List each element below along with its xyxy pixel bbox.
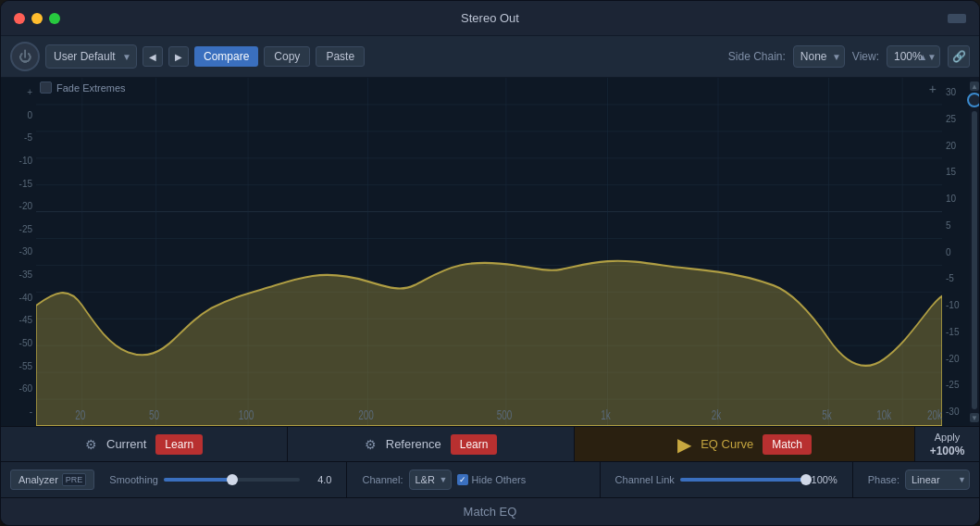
y-label-10: -10 [5,156,32,166]
phase-select[interactable]: Linear [905,470,970,490]
scroll-up-button[interactable]: ▲ [970,81,979,91]
side-chain-wrapper: None ▼ [793,45,845,68]
divider-2 [600,462,601,497]
channel-link-group: Channel Link 100% [615,474,837,485]
current-learn-button[interactable]: Learn [155,434,203,455]
fade-extremes-label: Fade Extremes [56,82,126,94]
current-gear-icon[interactable]: ⚙ [85,437,97,452]
footer-bar: Match EQ [1,497,979,525]
section-row: ⚙ Current Learn ⚙ Reference Learn ▶ EQ C… [1,427,979,462]
y-label-35: -35 [5,269,32,280]
y-label-30: -30 [5,246,32,257]
yr-label-n20: -20 [946,354,966,364]
yr-label-15: 15 [946,167,966,177]
yr-label-n15: -15 [946,327,966,337]
channel-select[interactable]: L&R [409,470,452,490]
channel-link-fill [680,478,806,482]
maximize-button[interactable] [49,13,60,24]
yr-label-5: 5 [946,220,966,231]
hide-others-checkbox[interactable]: ✓ [457,474,468,485]
smoothing-value: 4.0 [305,474,331,485]
apply-label: Apply [935,432,961,443]
hide-others-label: Hide Others [472,474,527,485]
smoothing-slider[interactable] [164,478,301,482]
channel-link-thumb[interactable] [800,474,812,485]
y-label-55: -55 [5,361,32,371]
divider-1 [346,462,347,497]
compare-button[interactable]: Compare [194,46,258,67]
side-chain-label: Side Chain: [728,50,786,63]
match-button[interactable]: Match [763,434,812,455]
preset-select[interactable]: User Default [45,44,137,69]
grid-plus-button[interactable]: + [929,81,937,96]
y-label-60: -60 [5,383,32,394]
channel-label: Channel: [362,474,403,485]
scroll-down-button[interactable]: ▼ [970,413,979,422]
yr-label-0: 0 [946,247,966,257]
fade-extremes-checkbox[interactable] [40,81,52,94]
current-label: Current [106,437,146,451]
svg-text:1k: 1k [601,407,611,422]
phase-select-wrapper: Linear ▼ [905,470,970,490]
pre-badge: PRE [62,473,87,486]
power-button[interactable]: ⏻ [10,42,40,71]
view-wrapper: 100% ▲▼ [887,45,940,68]
svg-text:20: 20 [75,407,85,422]
apply-column: Apply +100% [914,427,979,461]
y-label-50: -50 [5,338,32,348]
y-axis-right: 30 25 20 15 10 5 0 -5 -10 -15 -20 -25 -3… [942,78,970,426]
chevron-right-icon: ▶ [175,52,182,62]
title-bar: Stereo Out [1,1,979,36]
prev-preset-button[interactable]: ◀ [143,46,163,67]
window-controls [14,13,60,24]
toolbar-right: Side Chain: None ▼ View: 100% ▲▼ 🔗 [728,45,970,68]
y-label-45: -45 [5,315,32,325]
eq-canvas[interactable]: Fade Extremes + [36,78,942,426]
reference-gear-icon[interactable]: ⚙ [365,437,377,452]
eq-display[interactable]: 20 50 100 200 500 1k 2k 5k 10k 20k [36,78,942,426]
view-select[interactable]: 100% [887,45,940,68]
divider-3 [852,462,853,497]
y-axis-left: + 0 -5 -10 -15 -20 -25 -30 -35 -40 -45 -… [1,78,36,426]
main-window: Stereo Out ⏻ User Default ▼ ◀ ▶ Compare … [0,0,980,526]
smoothing-thumb[interactable] [227,474,238,485]
analyzer-button[interactable]: Analyzer PRE [10,470,94,490]
yr-label-n10: -10 [946,300,966,310]
side-chain-select[interactable]: None [793,45,845,68]
channel-link-slider[interactable] [680,478,806,482]
eq-curve-label: EQ Curve [701,437,753,451]
reference-section: ⚙ Reference Learn [288,427,575,461]
reference-learn-button[interactable]: Learn [451,434,498,455]
channel-link-value: 100% [812,474,837,485]
toolbar-left: ⏻ User Default ▼ ◀ ▶ Compare Copy Paste [10,42,365,71]
channel-group: Channel: L&R ▼ ✓ Hide Others [362,470,584,490]
channel-link-label: Channel Link [615,474,675,485]
scrollbar-right[interactable]: ▲ ▼ [970,78,979,426]
y-label-40: -40 [5,293,32,303]
reference-label: Reference [386,437,441,451]
copy-button[interactable]: Copy [264,46,310,67]
eq-area: + 0 -5 -10 -15 -20 -25 -30 -35 -40 -45 -… [1,78,979,426]
controls-row: Analyzer PRE Smoothing 4.0 Channel: L&R [1,462,979,497]
svg-text:5k: 5k [822,407,832,422]
y-label-0: 0 [5,110,32,120]
paste-button[interactable]: Paste [316,46,365,67]
minimize-button[interactable] [31,13,43,24]
window-collapse-icon[interactable] [948,14,966,23]
scroll-handle[interactable] [972,111,977,409]
close-button[interactable] [14,13,25,24]
link-button[interactable]: 🔗 [948,45,970,68]
svg-text:20k: 20k [927,407,942,422]
channel-select-wrapper: L&R ▼ [409,470,452,490]
next-preset-button[interactable]: ▶ [168,46,189,67]
svg-text:10k: 10k [876,407,892,422]
bottom-strip: ⚙ Current Learn ⚙ Reference Learn ▶ EQ C… [1,426,979,497]
yr-label-n25: -25 [946,380,966,390]
window-title: Stereo Out [461,11,519,25]
arrow-right-icon: ▶ [677,433,691,456]
yr-label-10: 10 [946,194,966,204]
eq-curve-section: ▶ EQ Curve Match [575,427,914,461]
link-icon: 🔗 [952,50,966,63]
analyzer-label: Analyzer [19,474,58,485]
yr-label-25: 25 [946,114,966,124]
